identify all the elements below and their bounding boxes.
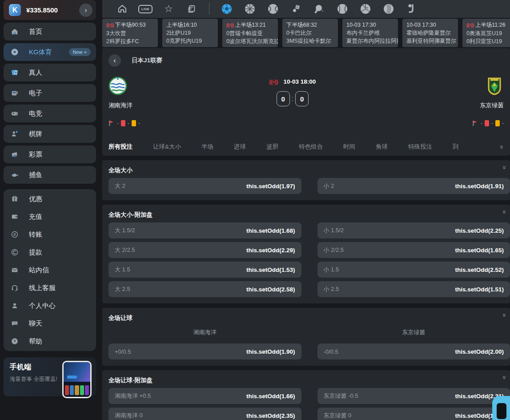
bet-option[interactable]: 小 1.5/2this.setOdd(2.25)	[317, 222, 510, 238]
sidebar-item-label: 彩票	[29, 150, 42, 159]
sidebar-item-profile[interactable]: 个人中心	[4, 297, 96, 315]
sidebar-item-promotions[interactable]: 优惠	[4, 190, 96, 208]
tab-handicap-ou[interactable]: 让球&大小	[153, 143, 181, 151]
collapse-icon[interactable]: »	[501, 210, 508, 214]
sidebar-item-messages[interactable]: 站内信	[4, 261, 96, 279]
user-icon	[10, 301, 19, 310]
wallet-expand-button[interactable]: ›	[79, 4, 92, 17]
ticker-match-card[interactable]: 10-03 17:30 布内卡兰萨维夏普尔布内阿拉拉阿拉	[342, 19, 398, 47]
bet-option[interactable]: 湘南海洋 0this.setOdd(2.35)	[108, 408, 301, 420]
sidebar-item-chat[interactable]: 聊天	[4, 315, 96, 332]
tab-specials-combo[interactable]: 特色组合	[299, 143, 323, 151]
tab-half[interactable]: 半场	[201, 143, 213, 151]
phone-mockup-image	[62, 361, 92, 398]
help-icon: ?	[10, 337, 19, 346]
ticker-match-card[interactable]: 上半场16:10 2比萨U190克罗托内U19	[162, 19, 218, 47]
sidebar-item-label: 棋牌	[29, 130, 42, 138]
ticker-match-card[interactable]: 下半场68:32 0卡巴比尔3MS提拉哈卡默尔	[282, 19, 338, 47]
sidebar-item-fishing[interactable]: 捕鱼	[4, 166, 96, 184]
tab-correct-score[interactable]: 波胆	[266, 143, 278, 151]
collapse-icon[interactable]: »	[501, 376, 508, 379]
sidebar-item-slots[interactable]: 电子	[4, 84, 96, 102]
sidebar-item-live-casino[interactable]: 真人	[4, 64, 96, 81]
market-title: 全场大小-附加盘	[108, 209, 510, 221]
collapse-icon[interactable]: »	[501, 313, 508, 317]
bet-option[interactable]: 大 2.5this.setOdd(2.58)	[108, 281, 301, 297]
baseball-sport-icon[interactable]	[337, 3, 348, 15]
sidebar-item-kg-sports[interactable]: KG体育 New +	[4, 43, 96, 61]
live-icon: ((•))	[269, 79, 278, 85]
soccer-sport-icon[interactable]	[221, 3, 233, 15]
headset-icon	[10, 283, 19, 292]
sidebar-item-help[interactable]: ? 帮助	[4, 332, 96, 350]
ticker-match-card[interactable]: ((•))下半场90:53 3大坎普2科罗拉多FC	[102, 19, 158, 47]
collapse-icon[interactable]: »	[501, 166, 508, 169]
mobile-app-promo[interactable]: 手机端 海量赛事 全面覆盖!	[4, 357, 96, 396]
bet-option[interactable]: 大 2this.setOdd(1.97)	[108, 178, 301, 194]
ticker-match-card[interactable]: 10-03 17:30 霍德哈萨隆夏普尔基利亚特阿挪夏普尔	[402, 19, 458, 47]
sidebar-item-withdraw[interactable]: 提款	[4, 243, 96, 261]
tab-partial[interactable]: 到	[453, 143, 460, 151]
betslip-docs-icon[interactable]	[186, 3, 197, 15]
bet-option[interactable]: -0/0.5this.setOdd(2.00)	[317, 343, 510, 359]
live-icon: ((•))	[226, 23, 234, 28]
sidebar-item-transfer[interactable]: 转账	[4, 226, 96, 243]
bet-option[interactable]: 小 2/2.5this.setOdd(1.65)	[317, 242, 510, 258]
sidebar-item-chess[interactable]: 棋牌	[4, 125, 96, 143]
live-nav-icon[interactable]: LIVE	[140, 3, 151, 15]
tab-goals[interactable]: 进球	[234, 143, 246, 151]
home-nav-icon[interactable]	[116, 3, 128, 15]
market-title: 全场大小	[108, 165, 510, 176]
volleyball-sport-icon[interactable]	[360, 3, 371, 15]
bet-option[interactable]: 大 1.5this.setOdd(1.53)	[108, 262, 301, 278]
bet-option[interactable]: 大 1.5/2this.setOdd(1.68)	[108, 222, 301, 238]
back-button[interactable]: ‹	[108, 54, 121, 67]
tabs-expand-icon[interactable]: »	[498, 145, 506, 149]
sidebar-item-esports[interactable]: 电竞	[4, 105, 96, 122]
away-team-name: 东京绿茵	[480, 101, 504, 109]
bet-option[interactable]: 东京绿茵 -0.5this.setOdd(2.31)	[317, 388, 510, 404]
promo-subtitle: 海量赛事 全面覆盖!	[10, 376, 57, 383]
sidebar-item-customer-service[interactable]: 线上客服	[4, 279, 96, 297]
tab-corners[interactable]: 角球	[376, 143, 388, 151]
bet-option[interactable]: 大 2/2.5this.setOdd(2.29)	[108, 242, 301, 258]
badminton-sport-icon[interactable]	[290, 3, 302, 15]
red-card-icon	[485, 120, 489, 126]
basketball-sport-icon[interactable]	[244, 3, 256, 15]
bet-option[interactable]: 小 1.5this.setOdd(2.52)	[317, 262, 510, 278]
bet-option[interactable]: 湘南海洋 +0.5this.setOdd(1.66)	[108, 388, 301, 404]
tennis-sport-icon[interactable]	[267, 3, 279, 15]
bet-option[interactable]: 小 2.5this.setOdd(1.51)	[317, 281, 510, 297]
market-fulltime-handicap: » 全场让球 湘南海洋 东京绿茵 +0/0.5this.setOdd(1.90)…	[102, 308, 510, 366]
away-score: 0	[295, 91, 309, 106]
hockey-sport-icon[interactable]	[406, 3, 418, 15]
betslip-floating-button[interactable]	[492, 396, 510, 420]
sidebar-item-label: 电子	[29, 89, 42, 97]
bet-option[interactable]: 东京绿茵 0this.setOdd(1.64)	[317, 408, 510, 420]
favorites-star-icon[interactable]: ☆	[163, 3, 174, 15]
slot-machine-icon	[10, 89, 19, 97]
sidebar-account-group: 优惠 充值 转账 提款 站内信	[4, 189, 96, 351]
sidebar-item-lottery[interactable]: 彩票	[4, 145, 96, 163]
ticker-match-card[interactable]: ((•))上半场13:21 0普瑞卡帕提亚0波尔塔瓦沃尔斯克拉	[222, 19, 278, 47]
bet-option[interactable]: 小 2this.setOdd(1.91)	[317, 178, 510, 194]
sidebar-item-label: 充值	[29, 213, 42, 221]
sidebar-item-label: 转账	[29, 230, 42, 239]
lottery-ticket-icon	[10, 150, 19, 159]
bet-option[interactable]: +0/0.5this.setOdd(1.90)	[108, 343, 301, 359]
cricket-sport-icon[interactable]	[383, 3, 394, 15]
tab-special-bets[interactable]: 特殊投注	[408, 143, 432, 151]
column-header-home: 湘南海洋	[108, 328, 301, 336]
tab-time[interactable]: 时间	[343, 143, 355, 151]
tab-all-bets[interactable]: 所有投注	[108, 143, 133, 151]
home-team-name: 湘南海洋	[108, 101, 242, 109]
live-icon: ((•))	[106, 23, 114, 28]
ticker-match-card[interactable]: ((•))上半场11:26 0奥洛莫茨U190利贝雷茨U19	[462, 19, 510, 47]
sidebar-item-home[interactable]: 首页	[4, 23, 96, 40]
corner-flag-icon	[108, 120, 115, 126]
home-team-block: 湘南海洋 - - -	[108, 77, 242, 126]
sidebar-item-deposit[interactable]: 充值	[4, 208, 96, 226]
mail-icon	[10, 266, 19, 275]
table-tennis-sport-icon[interactable]	[313, 3, 325, 15]
sidebar-item-label: KG体育	[29, 48, 52, 57]
